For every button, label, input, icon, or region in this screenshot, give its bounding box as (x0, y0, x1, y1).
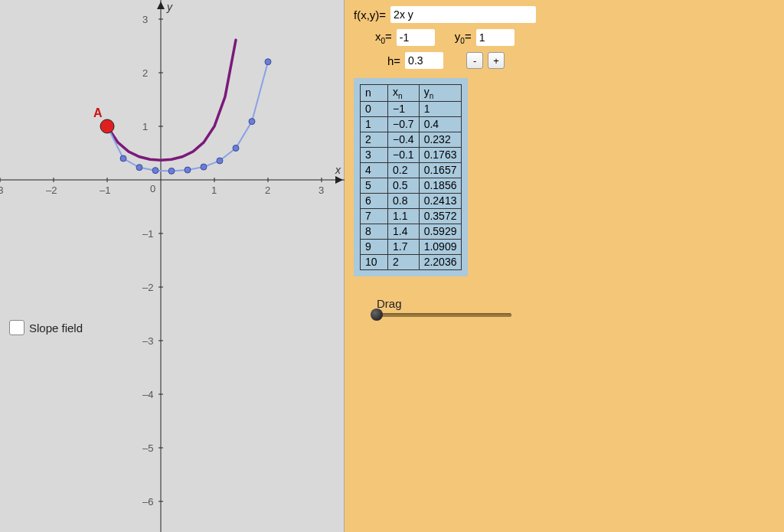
table-cell: 1.4 (388, 224, 420, 239)
svg-point-48 (100, 119, 114, 133)
table-cell: 1.7 (388, 239, 420, 254)
svg-text:3: 3 (318, 184, 324, 196)
table-row: 91.71.0909 (361, 239, 462, 254)
svg-text:0: 0 (150, 183, 155, 194)
table-cell: 2.2036 (419, 254, 462, 269)
svg-text:–1: –1 (100, 184, 110, 196)
svg-text:1: 1 (142, 121, 148, 132)
fx-input[interactable] (390, 6, 536, 23)
table-cell: 0.1763 (419, 147, 462, 162)
table-cell: 0.1856 (419, 178, 462, 193)
table-cell: 0.4 (419, 116, 462, 132)
svg-point-38 (120, 155, 126, 162)
table-cell: 0.232 (419, 132, 462, 147)
svg-text:–2: –2 (46, 184, 57, 196)
svg-text:1: 1 (211, 184, 217, 196)
svg-marker-2 (335, 176, 343, 184)
svg-text:–3: –3 (142, 335, 153, 347)
table-row: 81.40.5929 (361, 224, 462, 239)
svg-text:2: 2 (265, 184, 270, 196)
svg-point-40 (152, 168, 158, 174)
table-cell: 4 (361, 162, 388, 178)
svg-text:y: y (166, 1, 173, 13)
svg-text:–3: –3 (0, 184, 3, 196)
table-cell: 1 (361, 116, 388, 132)
table-cell: 1.0909 (419, 239, 462, 254)
table-cell: 0.2413 (419, 193, 462, 208)
svg-text:–6: –6 (142, 496, 153, 508)
h-label: h= (387, 54, 400, 67)
table-row: 71.10.3572 (361, 208, 462, 224)
svg-point-39 (136, 165, 142, 171)
h-input[interactable] (405, 52, 443, 69)
drag-slider-label: Drag (377, 297, 775, 310)
table-cell: 0.8 (388, 193, 420, 208)
table-row: 40.20.1657 (361, 162, 462, 178)
svg-point-45 (233, 145, 239, 151)
y0-label: y0= (455, 30, 472, 45)
table-row: 60.80.2413 (361, 193, 462, 208)
svg-text:3: 3 (142, 14, 148, 25)
table-cell: 1 (419, 101, 462, 116)
euler-table: n xn yn 0−111−0.70.42−0.40.2323−0.10.176… (360, 84, 462, 270)
coordinate-plot[interactable]: xy–3–2–1123321–1–2–3–4–5–60A (0, 0, 345, 532)
table-row: 0−11 (361, 101, 462, 116)
svg-marker-3 (157, 2, 165, 9)
svg-text:A: A (93, 106, 103, 119)
table-cell: 0.3572 (419, 208, 462, 224)
slope-field-label: Slope field (29, 321, 83, 335)
table-row: 2−0.40.232 (361, 132, 462, 147)
slope-field-checkbox[interactable] (9, 320, 24, 335)
table-cell: 3 (361, 147, 388, 162)
h-increment-button[interactable]: + (488, 52, 505, 69)
drag-slider-thumb[interactable] (371, 308, 383, 321)
table-cell: −0.4 (388, 132, 420, 147)
table-cell: 5 (361, 178, 388, 193)
svg-point-46 (249, 119, 255, 125)
drag-slider-wrap: Drag (374, 297, 775, 317)
table-cell: 1.1 (388, 208, 420, 224)
euler-table-wrap: n xn yn 0−111−0.70.42−0.40.2323−0.10.176… (354, 78, 468, 276)
table-cell: 2 (388, 254, 420, 269)
table-row: 1022.2036 (361, 254, 462, 269)
x0-label: x0= (375, 30, 392, 45)
svg-point-44 (217, 158, 223, 164)
x0-input[interactable] (397, 29, 435, 46)
h-decrement-button[interactable]: - (466, 52, 483, 69)
svg-point-47 (265, 59, 271, 65)
col-xn: xn (388, 85, 420, 102)
table-cell: 2 (361, 132, 388, 147)
table-cell: 0.1657 (419, 162, 462, 178)
fx-label: f(x,y)= (354, 8, 386, 21)
y0-input[interactable] (476, 29, 514, 46)
table-cell: 8 (361, 224, 388, 239)
svg-point-43 (201, 164, 207, 170)
h-row: h= - + (387, 52, 775, 69)
table-cell: 9 (361, 239, 388, 254)
table-cell: 0.5929 (419, 224, 462, 239)
table-cell: −1 (388, 101, 420, 116)
table-header-row: n xn yn (361, 85, 462, 102)
svg-text:x: x (335, 164, 341, 176)
svg-text:–2: –2 (142, 282, 153, 293)
table-cell: −0.1 (388, 147, 420, 162)
table-row: 3−0.10.1763 (361, 147, 462, 162)
controls-panel: f(x,y)= x0= y0= h= - + n xn yn 0−111−0.7… (345, 0, 784, 532)
col-yn: yn (419, 85, 462, 102)
svg-point-42 (185, 167, 191, 173)
table-cell: −0.7 (388, 116, 420, 132)
svg-text:–5: –5 (142, 442, 153, 454)
col-n: n (361, 85, 388, 102)
fx-row: f(x,y)= (354, 6, 775, 23)
graph-panel: xy–3–2–1123321–1–2–3–4–5–60A Slope field (0, 0, 345, 532)
table-cell: 10 (361, 254, 388, 269)
table-cell: 6 (361, 193, 388, 208)
slope-field-checkbox-wrap: Slope field (9, 320, 83, 335)
table-cell: 0 (361, 101, 388, 116)
initial-row: x0= y0= (375, 29, 775, 46)
table-cell: 7 (361, 208, 388, 224)
svg-point-41 (168, 168, 175, 174)
svg-text:2: 2 (142, 67, 148, 79)
drag-slider[interactable] (374, 313, 511, 317)
table-cell: 0.5 (388, 178, 420, 193)
